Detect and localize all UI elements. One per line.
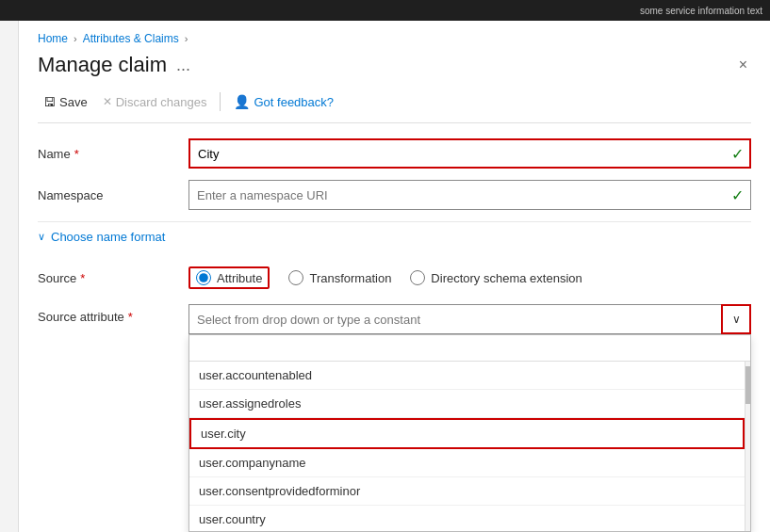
breadcrumb: Home › Attributes & Claims › xyxy=(38,32,751,45)
namespace-input-wrap: ✓ xyxy=(188,180,751,210)
discard-icon: ✕ xyxy=(103,95,112,108)
namespace-input[interactable] xyxy=(188,180,751,210)
dropdown-item-country[interactable]: user.country xyxy=(189,506,745,531)
name-row: Name * ✓ xyxy=(38,138,751,169)
discard-button[interactable]: ✕ Discard changes xyxy=(97,91,213,113)
title-ellipsis[interactable]: ... xyxy=(176,56,190,75)
source-attribute-label: Attribute xyxy=(217,271,262,285)
breadcrumb-sep-1: › xyxy=(74,33,77,44)
main-content: Home › Attributes & Claims › Manage clai… xyxy=(19,21,770,532)
dropdown-item-accountenabled[interactable]: user.accountenabled xyxy=(189,362,745,390)
close-button[interactable]: × xyxy=(735,55,751,75)
source-option-directory[interactable]: Directory schema extension xyxy=(410,270,582,285)
namespace-row: Namespace ✓ xyxy=(38,180,751,210)
source-row: Source * Attribute Transformation xyxy=(38,263,751,293)
page-title-row: Manage claim ... × xyxy=(38,53,751,77)
save-icon: 🖫 xyxy=(43,95,56,109)
dropdown-scrollbar-thumb[interactable] xyxy=(745,366,751,404)
dropdown-search-input[interactable] xyxy=(189,335,750,362)
discard-label: Discard changes xyxy=(116,95,207,109)
source-label: Source * xyxy=(38,271,188,285)
page-title-text: Manage claim xyxy=(38,53,167,77)
choose-name-format-row[interactable]: ∨ Choose name format xyxy=(38,221,751,251)
dropdown-item-city[interactable]: user.city xyxy=(189,418,745,449)
name-input[interactable] xyxy=(188,138,751,169)
dropdown-item-assignedroles[interactable]: user.assignedroles xyxy=(189,390,745,418)
choose-name-chevron-icon: ∨ xyxy=(38,231,45,243)
breadcrumb-attributes[interactable]: Attributes & Claims xyxy=(83,32,179,45)
save-button[interactable]: 🖫 Save xyxy=(38,91,93,113)
layout: Home › Attributes & Claims › Manage clai… xyxy=(0,21,770,532)
page-title: Manage claim ... xyxy=(38,53,190,77)
top-bar: some service information text xyxy=(0,0,770,21)
source-transformation-label: Transformation xyxy=(309,271,391,285)
namespace-label: Namespace xyxy=(38,188,188,202)
toolbar-separator xyxy=(220,92,221,111)
dropdown-scrollbar-track xyxy=(745,362,750,531)
name-label: Name * xyxy=(38,147,188,161)
source-radio-wrap: Attribute Transformation Directory schem… xyxy=(188,266,751,289)
source-directory-label: Directory schema extension xyxy=(431,271,582,285)
namespace-check-icon: ✓ xyxy=(731,186,744,204)
source-attribute-dropdown-panel: user.accountenabled user.assignedroles u… xyxy=(188,334,751,532)
dropdown-item-companyname[interactable]: user.companyname xyxy=(189,449,745,477)
name-check-icon: ✓ xyxy=(731,145,744,163)
source-radio-group: Attribute Transformation Directory schem… xyxy=(188,266,751,289)
feedback-label: Got feedback? xyxy=(254,95,334,109)
save-label: Save xyxy=(59,95,88,109)
breadcrumb-home[interactable]: Home xyxy=(38,32,68,45)
dropdown-list: user.accountenabled user.assignedroles u… xyxy=(189,362,745,531)
dropdown-list-wrap: user.accountenabled user.assignedroles u… xyxy=(189,362,750,531)
dropdown-item-consentprovided[interactable]: user.consentprovidedforminor xyxy=(189,477,745,506)
feedback-icon: 👤 xyxy=(234,94,250,109)
chevron-down-icon: ∨ xyxy=(732,313,741,326)
source-radio-directory[interactable] xyxy=(410,270,425,285)
name-required-star: * xyxy=(74,147,79,161)
source-attr-required-star: * xyxy=(128,310,133,324)
source-attribute-input[interactable] xyxy=(188,304,751,334)
top-bar-text: some service information text xyxy=(640,6,762,16)
source-attribute-row: Source attribute * ∨ xyxy=(38,304,751,532)
breadcrumb-sep-2: › xyxy=(185,33,188,44)
source-radio-attribute[interactable] xyxy=(196,270,211,285)
feedback-button[interactable]: 👤 Got feedback? xyxy=(228,90,339,113)
left-nav xyxy=(0,21,19,532)
source-option-attribute[interactable]: Attribute xyxy=(188,266,270,289)
source-option-transformation[interactable]: Transformation xyxy=(288,270,391,285)
choose-name-format-label: Choose name format xyxy=(51,230,165,244)
name-input-wrap: ✓ xyxy=(188,138,751,169)
toolbar: 🖫 Save ✕ Discard changes 👤 Got feedback? xyxy=(38,90,751,123)
source-required-star: * xyxy=(80,271,85,285)
source-attribute-dropdown-btn[interactable]: ∨ xyxy=(721,304,751,334)
source-radio-transformation[interactable] xyxy=(288,270,303,285)
source-attribute-wrap: ∨ user.accountenabled xyxy=(188,304,751,532)
form: Name * ✓ Namespace ✓ ∨ xyxy=(38,138,751,532)
source-attribute-label-cell: Source attribute * xyxy=(38,304,188,324)
